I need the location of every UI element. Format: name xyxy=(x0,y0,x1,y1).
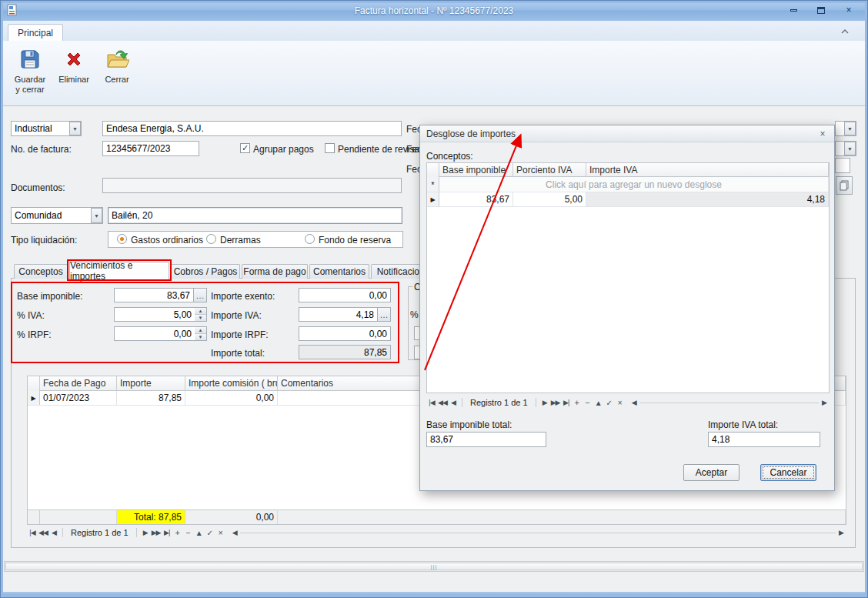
desglose-grid-header: Base imponible Porciento IVA Importe IVA xyxy=(427,163,829,177)
clipped-combo-1-dropdown-icon[interactable]: ▼ xyxy=(844,122,856,135)
window-frame-bottom xyxy=(0,592,868,598)
window-title: Factura horizontal - Nº 12345677/2023 xyxy=(0,5,868,16)
app-window: Factura horizontal - Nº 12345677/2023 × … xyxy=(0,0,868,598)
maximize-icon[interactable] xyxy=(813,3,830,17)
ribbon-tab-strip: Principal xyxy=(0,21,868,41)
comunidad-combo-dropdown-icon[interactable]: ▼ xyxy=(91,208,102,223)
tipo-combo-dropdown-icon[interactable]: ▼ xyxy=(69,122,81,135)
table-row[interactable]: ▶ 83,67 5,00 4,18 xyxy=(427,192,829,207)
tab-vencimientos-importes[interactable]: Vencimientos e importes xyxy=(69,262,169,279)
dialog-close-icon[interactable]: × xyxy=(816,128,830,140)
invoice-number-input[interactable] xyxy=(102,141,199,156)
dialog-title-bar: Desglose de importes xyxy=(420,125,834,142)
iva-total-label: Importe IVA total: xyxy=(708,419,778,430)
delete-button[interactable]: Eliminar xyxy=(55,43,92,103)
copy-document-button[interactable] xyxy=(836,176,853,195)
supplier-input[interactable] xyxy=(102,121,402,136)
delete-x-icon xyxy=(62,47,86,72)
delete-button-label: Eliminar xyxy=(58,75,89,85)
tab-principal[interactable]: Principal xyxy=(8,24,63,41)
desglose-grid-navigator: |◀ ◀◀ ◀ Registro 1 de 1 ▶ ▶▶ ▶| + − ▲ ✓ … xyxy=(426,396,830,409)
grid-horizontal-scrollbar[interactable]: ◀ ▶ xyxy=(629,398,830,407)
documentos-label: Documentos: xyxy=(11,182,65,193)
tab-comentarios[interactable]: Comentarios xyxy=(309,264,369,279)
nav-last-icon[interactable]: ▶| xyxy=(561,398,572,407)
close-button[interactable]: Cerrar xyxy=(98,43,135,103)
ribbon-toolbar: Guardar y cerrar Eliminar Cerrar xyxy=(0,41,868,106)
nav-next-icon[interactable]: ▶ xyxy=(539,398,550,407)
column-header[interactable]: Importe IVA xyxy=(586,163,829,177)
cell-importe-iva[interactable]: 4,18 xyxy=(586,192,829,206)
column-header[interactable]: Porciento IVA xyxy=(513,163,586,177)
nav-first-icon[interactable]: |◀ xyxy=(426,398,437,407)
tab-cobros-pagos[interactable]: Cobros / Pagos xyxy=(171,264,240,279)
save-icon xyxy=(18,47,42,72)
close-button-label: Cerrar xyxy=(105,75,129,85)
radio-derramas-label: Derramas xyxy=(220,235,261,246)
comunidad-combobox[interactable]: Comunidad xyxy=(11,207,103,224)
nav-record-label: Registro 1 de 1 xyxy=(462,398,536,407)
column-header[interactable]: Base imponible xyxy=(439,163,513,177)
grid-new-row[interactable]: * Click aquí para agregar un nuevo desgl… xyxy=(427,177,829,192)
desglose-dialog: Desglose de importes × Conceptos: Base i… xyxy=(419,125,835,491)
window-close-icon[interactable]: × xyxy=(840,3,857,17)
save-and-close-button[interactable]: Guardar y cerrar xyxy=(9,43,51,103)
new-row-indicator-icon: * xyxy=(431,180,434,189)
cancelar-button[interactable]: Cancelar xyxy=(760,464,816,481)
tipo-liquidacion-label: Tipo liquidación: xyxy=(11,235,77,246)
dialog-title: Desglose de importes xyxy=(426,129,516,139)
agrupar-pagos-label: Agrupar pagos xyxy=(253,144,314,155)
close-folder-icon xyxy=(105,47,129,72)
aceptar-button[interactable]: Aceptar xyxy=(683,464,739,481)
row-indicator-icon: ▶ xyxy=(430,196,435,203)
pendiente-revisar-checkbox[interactable] xyxy=(325,143,335,153)
cell-base[interactable]: 83,67 xyxy=(439,192,513,206)
copy-pages-icon xyxy=(839,180,850,191)
ribbon-collapse-icon[interactable] xyxy=(837,25,853,38)
nav-prev-icon[interactable]: ◀ xyxy=(448,398,459,407)
scrollbar-thumb[interactable]: ||| xyxy=(5,563,863,570)
conceptos-label: Conceptos: xyxy=(426,151,473,162)
save-button-label: Guardar y cerrar xyxy=(15,75,45,95)
iva-total-input[interactable] xyxy=(708,432,820,447)
direccion-input[interactable] xyxy=(108,207,402,224)
radio-fondo-reserva-label: Fondo de reserva xyxy=(319,235,391,246)
minimize-icon[interactable] xyxy=(785,3,802,17)
nav-ok-icon[interactable]: ✓ xyxy=(604,398,615,408)
nav-prev-page-icon[interactable]: ◀◀ xyxy=(437,398,448,407)
nav-next-page-icon[interactable]: ▶▶ xyxy=(550,398,561,407)
scroll-left-icon[interactable]: ◀ xyxy=(629,398,639,407)
invoice-number-label: No. de factura: xyxy=(11,144,72,155)
clipped-combo-2-dropdown-icon[interactable]: ▼ xyxy=(844,142,856,155)
title-bar: Factura horizontal - Nº 12345677/2023 × xyxy=(0,0,868,21)
tab-forma-pago[interactable]: Forma de pago xyxy=(242,264,308,279)
base-total-input[interactable] xyxy=(426,432,546,447)
clipped-field-3[interactable] xyxy=(835,158,850,173)
scrollbar-grip-icon: ||| xyxy=(430,563,437,570)
tab-conceptos[interactable]: Conceptos xyxy=(14,264,68,279)
desglose-grid[interactable]: Base imponible Porciento IVA Importe IVA… xyxy=(426,162,830,393)
radio-gastos-ordinarios[interactable] xyxy=(117,234,127,244)
agrupar-pagos-checkbox[interactable]: ✓ xyxy=(240,143,250,153)
nav-cancel-icon[interactable]: × xyxy=(615,398,626,408)
nav-edit-icon[interactable]: ▲ xyxy=(593,398,604,408)
form-horizontal-scrollbar[interactable]: ||| xyxy=(4,561,864,572)
radio-gastos-ordinarios-label: Gastos ordinarios xyxy=(131,235,203,246)
nav-remove-icon[interactable]: − xyxy=(583,398,593,408)
radio-derramas[interactable] xyxy=(206,234,216,244)
new-row-hint[interactable]: Click aquí para agregar un nuevo desglos… xyxy=(439,177,829,192)
cell-porciento[interactable]: 5,00 xyxy=(513,192,586,206)
nav-add-icon[interactable]: + xyxy=(572,398,583,408)
check-icon: ✓ xyxy=(242,143,249,153)
base-total-label: Base imponible total: xyxy=(426,419,512,430)
radio-fondo-reserva[interactable] xyxy=(305,234,315,244)
scroll-right-icon[interactable]: ▶ xyxy=(819,398,830,407)
documentos-input[interactable] xyxy=(102,178,402,193)
